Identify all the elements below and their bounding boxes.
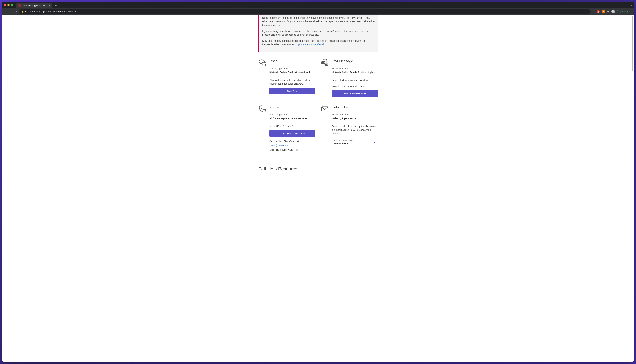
minimize-window-button[interactable]	[8, 4, 10, 6]
envelope-icon	[321, 105, 329, 113]
scrollbar-thumb[interactable]	[632, 16, 633, 71]
self-help-heading: Self-Help Resources	[258, 166, 378, 172]
contact-card-ticket: Help Ticket What's supported? Varies by …	[321, 105, 378, 152]
divider	[332, 122, 378, 122]
divider	[332, 76, 378, 76]
toolbar-icons: ☆ ◢ N ✦ Update ⋮	[592, 10, 632, 14]
supported-answer: All Nintendo products and services	[269, 116, 315, 120]
tab-favicon: 🎮	[18, 4, 21, 7]
svg-point-4	[322, 62, 323, 63]
tab-title: Nintendo Support: Contact Us	[22, 4, 48, 7]
extension-adblock-icon[interactable]: ◢	[597, 10, 600, 13]
svg-point-1	[262, 62, 266, 65]
url-path: /app/contact	[63, 10, 76, 13]
svg-point-6	[324, 62, 324, 63]
svg-point-9	[326, 64, 326, 64]
update-button[interactable]: Update	[617, 10, 627, 14]
vertical-scrollbar[interactable]	[632, 15, 634, 362]
supported-question: What's supported?	[269, 67, 315, 70]
phone-handset-icon	[258, 105, 267, 113]
topic-select[interactable]: How can we help you? Select a topic	[332, 138, 378, 148]
browser-window: 🎮 Nintendo Support: Contact Us × + ▾ ← →…	[2, 2, 634, 362]
supported-answer: Nintendo Switch Family & related topics	[332, 70, 378, 74]
svg-rect-11	[322, 107, 328, 111]
intl-phone-link[interactable]: 1 (855) 548-4693	[269, 144, 315, 148]
supported-question: What's supported?	[269, 113, 315, 116]
supported-question: What's supported?	[332, 113, 378, 116]
tty-note: Use TTD service? Dial 711	[269, 148, 315, 152]
page-viewport: Repair orders are prioritized in the ord…	[2, 15, 634, 362]
svg-point-8	[325, 64, 326, 64]
phone-us-question: In the US or Canada?	[269, 124, 315, 128]
kebab-menu-icon[interactable]: ⋮	[629, 10, 632, 13]
lock-icon: 🔒	[21, 10, 24, 13]
address-bar[interactable]: 🔒 en-americas-support.nintendo.com/app/c…	[19, 9, 591, 14]
new-tab-button[interactable]: +	[55, 4, 57, 8]
chevron-down-icon[interactable]: ▾	[631, 4, 632, 6]
divider	[269, 76, 315, 76]
extension-hn-icon[interactable]: N	[602, 10, 605, 13]
window-controls	[4, 4, 13, 6]
maximize-window-button[interactable]	[11, 4, 13, 6]
start-chat-button[interactable]: Start Chat	[269, 88, 315, 94]
card-description: Chat with a specialist from Nintendo's s…	[269, 78, 315, 86]
url-domain: en-americas-support.nintendo.com	[25, 10, 63, 13]
phone-intl-question: Outside the US or Canada?	[269, 140, 315, 143]
tab-strip: 🎮 Nintendo Support: Contact Us × + ▾	[2, 2, 634, 8]
sms-phone-icon	[321, 58, 329, 67]
svg-point-10	[327, 64, 327, 64]
browser-tab[interactable]: 🎮 Nintendo Support: Contact Us ×	[16, 3, 53, 8]
supported-answer: Varies by topic selected	[332, 116, 378, 120]
card-description: Submit a ticket from the options below a…	[332, 124, 378, 136]
contact-card-chat: Chat What's supported? Nintendo Switch F…	[258, 58, 315, 97]
extensions-puzzle-icon[interactable]: ✦	[607, 10, 609, 13]
repair-notice: Repair orders are prioritized in the ord…	[258, 15, 378, 52]
text-number-button[interactable]: Text (425) 970-9648	[332, 90, 378, 97]
repair-status-link[interactable]: support.nintendo.com/repair	[294, 43, 325, 46]
select-label: How can we help you?	[334, 139, 376, 142]
contact-card-phone: Phone What's supported? All Nintendo pro…	[258, 105, 315, 152]
supported-answer: Nintendo Switch Family & related topics	[269, 70, 315, 74]
card-title: Phone	[269, 105, 315, 110]
card-title: Text Message	[332, 58, 378, 64]
close-tab-icon[interactable]: ×	[49, 4, 50, 7]
bookmark-star-icon[interactable]: ☆	[592, 10, 595, 13]
notice-paragraph: Stay up to date with the latest informat…	[262, 39, 375, 46]
caret-down-icon	[374, 142, 375, 143]
divider	[269, 122, 315, 122]
card-title: Chat	[269, 58, 315, 64]
profile-avatar[interactable]	[611, 10, 615, 13]
supported-question: What's supported?	[332, 67, 378, 70]
svg-point-5	[323, 62, 323, 63]
close-window-button[interactable]	[4, 4, 6, 6]
notice-paragraph: If your tracking data shows Delivered bu…	[262, 30, 375, 37]
chat-bubbles-icon	[258, 58, 267, 67]
card-description: Send a text from your mobile device.	[332, 78, 378, 82]
contact-card-text: Text Message What's supported? Nintendo …	[321, 58, 378, 97]
card-title: Help Ticket	[332, 105, 378, 110]
forward-button[interactable]: →	[9, 10, 12, 13]
text-rate-note: Note: Text-messaging rates apply.	[332, 84, 378, 88]
select-value: Select a topic	[334, 142, 376, 146]
back-button[interactable]: ←	[4, 10, 7, 13]
contact-grid: Chat What's supported? Nintendo Switch F…	[258, 58, 378, 152]
reload-button[interactable]: ⟳	[14, 10, 18, 13]
call-us-button[interactable]: Call 1 (800) 255-3700	[269, 130, 315, 137]
browser-toolbar: ← → ⟳ 🔒 en-americas-support.nintendo.com…	[2, 8, 634, 15]
notice-paragraph: Repair orders are prioritized in the ord…	[262, 16, 375, 27]
